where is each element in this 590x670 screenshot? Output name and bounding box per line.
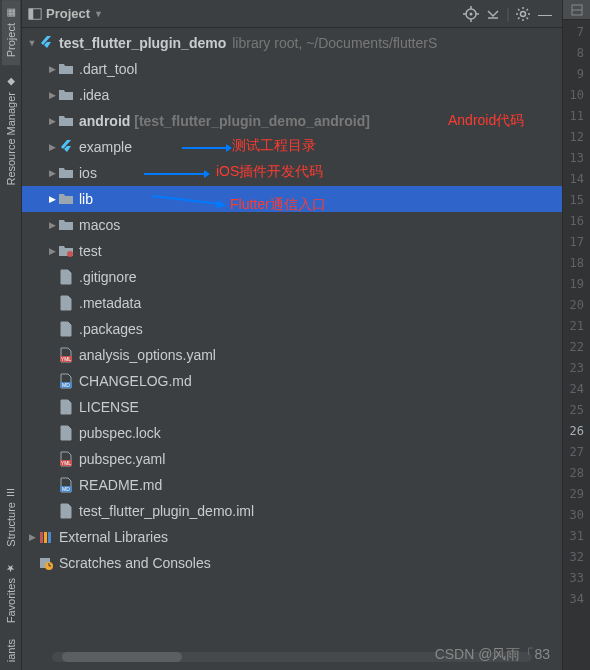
settings-button[interactable]	[512, 3, 534, 25]
svg-rect-1	[29, 8, 33, 19]
tree-item-pubspec-yaml[interactable]: ▶YMLpubspec.yaml	[22, 446, 562, 472]
file-icon	[58, 425, 74, 441]
line-number: 31	[563, 526, 590, 547]
line-number: 30	[563, 505, 590, 526]
gutter-toggle[interactable]	[563, 0, 590, 20]
editor-gutter: 7891011121314151617181920212223242526272…	[562, 0, 590, 670]
library-icon	[38, 529, 54, 545]
chevron-right-icon[interactable]: ▶	[26, 532, 38, 542]
scratches-label: Scratches and Consoles	[59, 555, 211, 571]
yaml-icon: YML	[58, 451, 74, 467]
folder-icon	[58, 61, 74, 77]
tree-item--gitignore[interactable]: ▶.gitignore	[22, 264, 562, 290]
line-number: 27	[563, 442, 590, 463]
item-label: lib	[79, 191, 93, 207]
project-tree[interactable]: ▼ test_flutter_plugin_demo library root,…	[22, 28, 562, 670]
rail-tab-favorites[interactable]: Favorites★	[2, 555, 20, 631]
scratches-icon	[38, 555, 54, 571]
folder-icon	[58, 87, 74, 103]
rail-tab-resource-manager[interactable]: Resource Manager◆	[2, 69, 20, 194]
line-number: 29	[563, 484, 590, 505]
left-tool-rail: Project▦ Resource Manager◆ Structure☰ Fa…	[0, 0, 22, 670]
item-label: .gitignore	[79, 269, 137, 285]
file-icon	[58, 503, 74, 519]
line-number: 25	[563, 400, 590, 421]
svg-point-9	[521, 11, 526, 16]
item-label: .dart_tool	[79, 61, 137, 77]
chevron-down-icon: ▼	[94, 9, 103, 19]
tree-item-lib[interactable]: ▶lib	[22, 186, 562, 212]
project-panel: Project ▼ | — ▼ test_flutter_plugin_demo…	[22, 0, 562, 670]
line-number: 7	[563, 22, 590, 43]
item-label: README.md	[79, 477, 162, 493]
rail-tab-project[interactable]: Project▦	[2, 0, 20, 65]
tree-scratches[interactable]: ▶ Scratches and Consoles	[22, 550, 562, 576]
line-number: 34	[563, 589, 590, 610]
tree-item--metadata[interactable]: ▶.metadata	[22, 290, 562, 316]
tree-item-analysis-options-yaml[interactable]: ▶YMLanalysis_options.yaml	[22, 342, 562, 368]
file-icon	[58, 295, 74, 311]
tree-item--dart-tool[interactable]: ▶.dart_tool	[22, 56, 562, 82]
line-number: 33	[563, 568, 590, 589]
flutter-icon	[58, 139, 74, 155]
item-label: ios	[79, 165, 97, 181]
svg-point-10	[67, 251, 73, 257]
line-number: 13	[563, 148, 590, 169]
svg-text:MD: MD	[62, 486, 70, 492]
svg-text:MD: MD	[62, 382, 70, 388]
panel-header: Project ▼ | —	[22, 0, 562, 28]
chevron-right-icon[interactable]: ▶	[46, 142, 58, 152]
expand-all-button[interactable]	[482, 3, 504, 25]
tree-item--idea[interactable]: ▶.idea	[22, 82, 562, 108]
svg-rect-19	[40, 532, 43, 543]
chevron-right-icon[interactable]: ▶	[46, 90, 58, 100]
root-path: library root, ~/Documents/flutterS	[232, 35, 437, 51]
tree-item-CHANGELOG-md[interactable]: ▶MDCHANGELOG.md	[22, 368, 562, 394]
chevron-right-icon[interactable]: ▶	[46, 220, 58, 230]
svg-text:YML: YML	[61, 356, 72, 362]
chevron-down-icon[interactable]: ▼	[26, 38, 38, 48]
tree-external-libraries[interactable]: ▶ External Libraries	[22, 524, 562, 550]
tree-item--packages[interactable]: ▶.packages	[22, 316, 562, 342]
tree-item-LICENSE[interactable]: ▶LICENSE	[22, 394, 562, 420]
yaml-icon: YML	[58, 347, 74, 363]
tree-item-README-md[interactable]: ▶MDREADME.md	[22, 472, 562, 498]
locate-button[interactable]	[460, 3, 482, 25]
line-number: 32	[563, 547, 590, 568]
scroll-thumb[interactable]	[62, 652, 182, 662]
line-number: 14	[563, 169, 590, 190]
tree-item-ios[interactable]: ▶ios	[22, 160, 562, 186]
chevron-right-icon[interactable]: ▶	[46, 246, 58, 256]
tree-item-android[interactable]: ▶android [test_flutter_plugin_demo_andro…	[22, 108, 562, 134]
item-label: test	[79, 243, 102, 259]
tree-item-macos[interactable]: ▶macos	[22, 212, 562, 238]
root-label: test_flutter_plugin_demo	[59, 35, 226, 51]
md-icon: MD	[58, 373, 74, 389]
line-number: 8	[563, 43, 590, 64]
tree-root[interactable]: ▼ test_flutter_plugin_demo library root,…	[22, 30, 562, 56]
item-label: example	[79, 139, 132, 155]
item-label: CHANGELOG.md	[79, 373, 192, 389]
folder-icon	[58, 191, 74, 207]
chevron-right-icon[interactable]: ▶	[46, 116, 58, 126]
file-icon	[58, 269, 74, 285]
project-dropdown-icon	[28, 7, 42, 21]
md-icon: MD	[58, 477, 74, 493]
item-label: LICENSE	[79, 399, 139, 415]
hide-button[interactable]: —	[534, 3, 556, 25]
rail-tab-structure[interactable]: Structure☰	[2, 479, 20, 555]
project-dropdown-label[interactable]: Project	[46, 6, 90, 21]
divider: |	[504, 3, 512, 25]
tree-item-pubspec-lock[interactable]: ▶pubspec.lock	[22, 420, 562, 446]
tree-item-example[interactable]: ▶example	[22, 134, 562, 160]
line-number: 12	[563, 127, 590, 148]
line-number: 9	[563, 64, 590, 85]
chevron-right-icon[interactable]: ▶	[46, 168, 58, 178]
line-number: 11	[563, 106, 590, 127]
chevron-right-icon[interactable]: ▶	[46, 64, 58, 74]
tree-item-test-flutter-plugin-demo-iml[interactable]: ▶test_flutter_plugin_demo.iml	[22, 498, 562, 524]
chevron-right-icon[interactable]: ▶	[46, 194, 58, 204]
folder-icon	[58, 165, 74, 181]
rail-tab-variants[interactable]: iants	[2, 631, 20, 670]
tree-item-test[interactable]: ▶test	[22, 238, 562, 264]
